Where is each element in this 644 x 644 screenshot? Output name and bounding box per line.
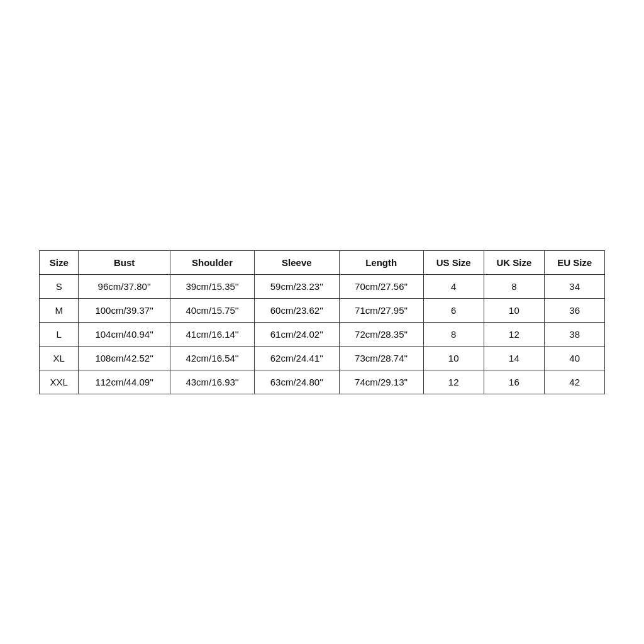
table-row: S96cm/37.80''39cm/15.35''59cm/23.23''70c… — [40, 274, 605, 298]
cell-size: XXL — [40, 370, 79, 394]
header-eu-size: EU Size — [545, 250, 605, 274]
cell-shoulder: 40cm/15.75'' — [170, 298, 254, 322]
cell-us_size: 10 — [423, 346, 484, 370]
table-row: L104cm/40.94''41cm/16.14''61cm/24.02''72… — [40, 322, 605, 346]
cell-length: 71cm/27.95'' — [339, 298, 423, 322]
cell-size: XL — [40, 346, 79, 370]
cell-sleeve: 59cm/23.23'' — [255, 274, 339, 298]
cell-sleeve: 61cm/24.02'' — [255, 322, 339, 346]
cell-size: M — [40, 298, 79, 322]
header-shoulder: Shoulder — [170, 250, 254, 274]
cell-bust: 104cm/40.94'' — [79, 322, 170, 346]
cell-length: 72cm/28.35'' — [339, 322, 423, 346]
cell-sleeve: 60cm/23.62'' — [255, 298, 339, 322]
cell-eu_size: 42 — [545, 370, 605, 394]
cell-eu_size: 38 — [545, 322, 605, 346]
size-chart-container: Size Bust Shoulder Sleeve Length US Size… — [39, 250, 605, 394]
table-row: XXL112cm/44.09''43cm/16.93''63cm/24.80''… — [40, 370, 605, 394]
cell-shoulder: 39cm/15.35'' — [170, 274, 254, 298]
cell-us_size: 6 — [423, 298, 484, 322]
cell-size: L — [40, 322, 79, 346]
cell-bust: 108cm/42.52'' — [79, 346, 170, 370]
cell-bust: 100cm/39.37'' — [79, 298, 170, 322]
cell-length: 70cm/27.56'' — [339, 274, 423, 298]
table-row: M100cm/39.37''40cm/15.75''60cm/23.62''71… — [40, 298, 605, 322]
cell-us_size: 8 — [423, 322, 484, 346]
size-chart-table: Size Bust Shoulder Sleeve Length US Size… — [39, 250, 605, 394]
table-header-row: Size Bust Shoulder Sleeve Length US Size… — [40, 250, 605, 274]
cell-sleeve: 63cm/24.80'' — [255, 370, 339, 394]
cell-shoulder: 41cm/16.14'' — [170, 322, 254, 346]
cell-bust: 96cm/37.80'' — [79, 274, 170, 298]
cell-uk_size: 14 — [484, 346, 545, 370]
cell-us_size: 4 — [423, 274, 484, 298]
cell-us_size: 12 — [423, 370, 484, 394]
cell-eu_size: 40 — [545, 346, 605, 370]
cell-eu_size: 36 — [545, 298, 605, 322]
header-us-size: US Size — [423, 250, 484, 274]
cell-uk_size: 10 — [484, 298, 545, 322]
header-bust: Bust — [79, 250, 170, 274]
table-row: XL108cm/42.52''42cm/16.54''62cm/24.41''7… — [40, 346, 605, 370]
cell-uk_size: 12 — [484, 322, 545, 346]
header-size: Size — [40, 250, 79, 274]
cell-shoulder: 42cm/16.54'' — [170, 346, 254, 370]
header-uk-size: UK Size — [484, 250, 545, 274]
cell-length: 73cm/28.74'' — [339, 346, 423, 370]
cell-uk_size: 8 — [484, 274, 545, 298]
cell-uk_size: 16 — [484, 370, 545, 394]
cell-length: 74cm/29.13'' — [339, 370, 423, 394]
cell-size: S — [40, 274, 79, 298]
cell-bust: 112cm/44.09'' — [79, 370, 170, 394]
cell-shoulder: 43cm/16.93'' — [170, 370, 254, 394]
header-sleeve: Sleeve — [255, 250, 339, 274]
cell-sleeve: 62cm/24.41'' — [255, 346, 339, 370]
cell-eu_size: 34 — [545, 274, 605, 298]
header-length: Length — [339, 250, 423, 274]
